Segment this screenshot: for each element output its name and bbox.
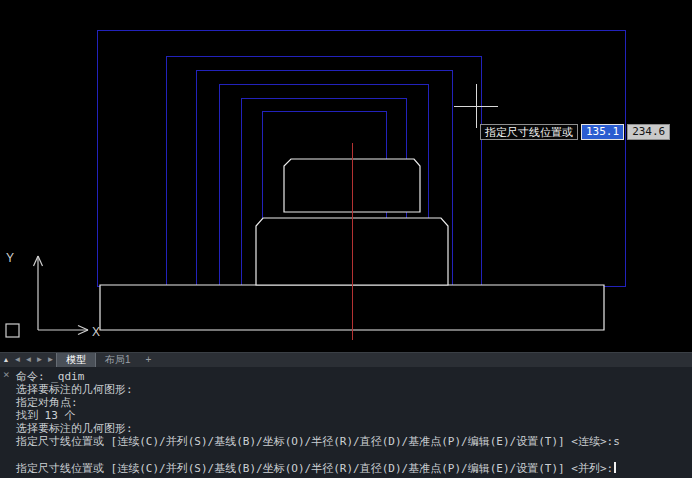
add-layout-button[interactable]: +: [140, 353, 158, 367]
ucs-x-label: X: [92, 325, 100, 339]
command-history-line: 找到 13 个: [16, 409, 688, 422]
crosshair-cursor: [454, 84, 498, 128]
command-history-line: 命令: _qdim: [16, 370, 688, 383]
tab-layout1[interactable]: 布局1: [96, 353, 140, 367]
dynamic-input-tooltip: 指定尺寸线位置或 135.1 234.6: [480, 124, 670, 140]
dynamic-input-secondary-field[interactable]: 234.6: [627, 124, 670, 140]
command-input-line[interactable]: 指定尺寸线位置或 [连续(C)/并列(S)/基线(B)/坐标(O)/半径(R)/…: [16, 462, 616, 475]
command-history: 命令: _qdim 选择要标注的几何图形: 指定对角点: 找到 13 个 选择要…: [16, 370, 688, 448]
command-close-icon[interactable]: ×: [3, 368, 10, 381]
command-window: × 命令: _qdim 选择要标注的几何图形: 指定对角点: 找到 13 个 选…: [0, 367, 692, 478]
command-history-line: 选择要标注的几何图形:: [16, 383, 688, 396]
command-history-line: 选择要标注的几何图形:: [16, 422, 688, 435]
ucs-icon: Y X: [6, 251, 100, 339]
command-expand-icon[interactable]: ▲: [0, 353, 12, 367]
command-prompt: 指定尺寸线位置或 [连续(C)/并列(S)/基线(B)/坐标(O)/半径(R)/…: [16, 462, 613, 475]
drawing-viewport[interactable]: Y X 指定尺寸线位置或 135.1 234.6: [0, 0, 692, 352]
drawing-canvas[interactable]: Y X: [0, 0, 692, 352]
dynamic-input-prompt: 指定尺寸线位置或: [480, 124, 578, 140]
cad-app-window: Y X 指定尺寸线位置或 135.1 234.6 ▲ ◄ ◄ ► ► 模型 布局…: [0, 0, 692, 478]
tab-nav-prev-icon[interactable]: ◄: [23, 353, 34, 367]
text-caret: [614, 462, 616, 473]
ucs-origin-box: [6, 324, 19, 337]
tab-nav-last-icon[interactable]: ►: [45, 353, 56, 367]
tab-model[interactable]: 模型: [56, 353, 96, 367]
ucs-y-label: Y: [6, 251, 14, 265]
tab-nav-next-icon[interactable]: ►: [34, 353, 45, 367]
layout-tab-bar: ▲ ◄ ◄ ► ► 模型 布局1 +: [0, 352, 692, 367]
tab-nav-first-icon[interactable]: ◄: [12, 353, 23, 367]
dynamic-input-value-field[interactable]: 135.1: [581, 124, 624, 140]
command-history-line: 指定对角点:: [16, 396, 688, 409]
command-history-line: 指定尺寸线位置或 [连续(C)/并列(S)/基线(B)/坐标(O)/半径(R)/…: [16, 435, 688, 448]
